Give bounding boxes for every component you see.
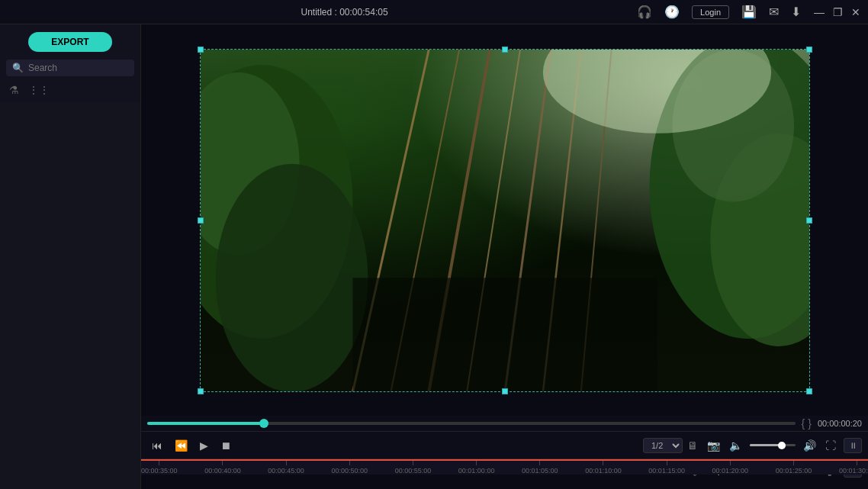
progress-thumb[interactable] [259,419,268,428]
handle-top-middle[interactable] [502,47,508,53]
bracket-close: } [808,417,812,429]
grid-icon[interactable]: ⋮⋮ [28,84,50,96]
sidebar-content [0,102,140,489]
timeline-mark: 00:01:10:00 [585,461,622,475]
pause-pill[interactable]: ⏸ [844,438,862,453]
volume-thumb [778,442,786,449]
camera-icon[interactable]: 📷 [706,438,722,453]
timeline-mark: 00:01:20:00 [712,461,749,475]
video-frame[interactable] [200,49,810,392]
fullscreen-icon[interactable]: ⛶ [824,438,837,453]
filter-icon[interactable]: ⚗ [9,84,19,96]
handle-middle-left[interactable] [198,217,204,224]
clock-icon[interactable]: 🕐 [664,5,680,19]
save-icon[interactable]: 💾 [741,5,757,19]
mail-icon[interactable]: ✉ [769,5,779,19]
video-preview [201,50,809,391]
bracket-open: { [802,417,805,429]
handle-bottom-middle[interactable] [502,388,508,394]
download-icon[interactable]: ⬇ [791,5,801,19]
window-controls: — ❐ ✕ [813,6,862,18]
quality-select[interactable]: 1/2 1/4 Full [643,438,683,453]
sidebar-toolbar: ⚗ ⋮⋮ [0,81,140,99]
video-container [141,24,868,416]
login-button[interactable]: Login [692,5,729,19]
timeline-ruler: // Render timeline marks dynamically con… [141,459,868,475]
progress-track[interactable] [147,422,796,425]
maximize-button[interactable]: ❐ [831,6,844,18]
progress-time: 00:00:00:20 [818,419,862,428]
search-input[interactable] [28,63,128,73]
handle-top-right[interactable] [806,47,812,53]
header-action-icons: 🎧 🕐 Login 💾 ✉ ⬇ — ❐ ✕ [637,5,862,19]
timeline-mark: 00:00:50:00 [332,461,368,475]
timeline-mark: 00:01:15:00 [648,461,685,475]
playback-controls: ⏮ ⏪ ▶ ⏹ 1/2 1/4 Full 🖥 📷 🔈 🔊 ⛶ ⏸ [141,431,868,458]
volume-fill [750,444,782,446]
timeline-mark: 00:01:25:00 [776,461,812,475]
handle-top-left[interactable] [198,47,204,53]
preview-area: { } 00:00:00:20 ⏮ ⏪ ▶ ⏹ 1/2 1/4 Full 🖥 📷… [141,24,868,489]
search-icon: 🔍 [12,63,24,73]
sidebar: EXPORT 🔍 ⚗ ⋮⋮ [0,24,141,489]
timeline-mark: 00:01:05:00 [522,461,558,475]
play-button[interactable]: ▶ [195,436,213,455]
minimize-button[interactable]: — [813,6,825,18]
jungle-vines-svg [201,50,809,391]
monitor-icon[interactable]: 🖥 [686,438,699,453]
skip-to-start-button[interactable]: ⏮ [147,436,167,455]
search-bar: 🔍 [6,60,134,76]
title-bar: Untitled : 00:00:54:05 🎧 🕐 Login 💾 ✉ ⬇ —… [0,0,868,24]
timeline-mark: 00:00:55:00 [395,461,432,475]
timeline-section: ⚙ 🛡 🎤 💬 ▬ ➖ ➕ ⏸ // Render timeline marks… [141,458,868,489]
progress-bar-container: { } 00:00:00:20 [141,416,868,431]
handle-bottom-left[interactable] [198,388,204,394]
progress-fill [147,422,264,425]
svg-point-9 [215,163,368,391]
timeline-mark: 00:01:30:00 [839,461,868,475]
close-button[interactable]: ✕ [850,6,862,18]
export-button[interactable]: EXPORT [28,32,112,52]
right-controls: 🖥 📷 🔈 🔊 ⛶ ⏸ [686,438,862,453]
volume-slider[interactable] [750,444,796,446]
volume-mute-icon[interactable]: 🔈 [728,438,744,453]
stop-button[interactable]: ⏹ [216,436,236,455]
step-back-button[interactable]: ⏪ [170,436,192,455]
timeline-mark: 00:00:35:00 [141,461,178,475]
main-area: EXPORT 🔍 ⚗ ⋮⋮ [0,24,868,489]
timeline-mark: 00:01:00:00 [458,461,495,475]
volume-up-icon[interactable]: 🔊 [802,438,818,453]
timeline-mark: 00:00:40:00 [204,461,241,475]
timeline-mark: 00:00:45:00 [268,461,304,475]
svg-rect-13 [352,278,657,391]
progress-brackets: { } [802,417,812,429]
window-title: Untitled : 00:00:54:05 [52,7,637,18]
headphones-icon[interactable]: 🎧 [637,5,652,19]
handle-middle-right[interactable] [806,217,812,224]
handle-bottom-right[interactable] [806,388,812,394]
